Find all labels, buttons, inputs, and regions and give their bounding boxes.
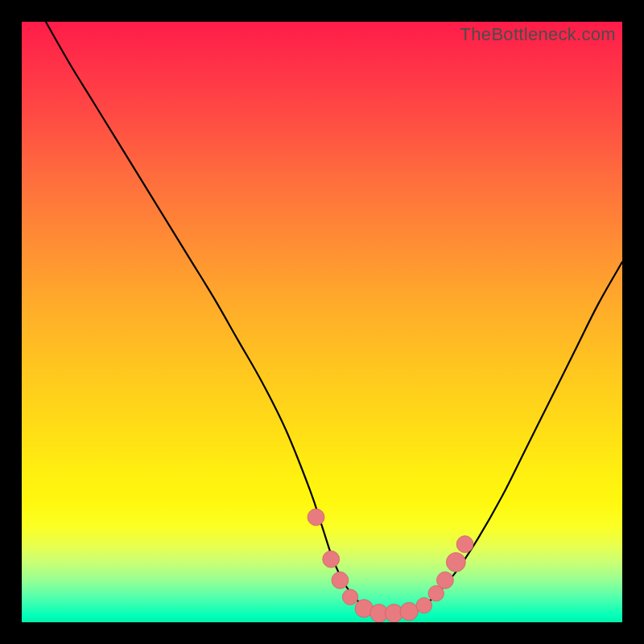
curve-marker	[323, 551, 340, 568]
curve-marker	[436, 572, 453, 588]
chart-svg	[22, 22, 622, 622]
curve-marker	[332, 572, 349, 588]
bottleneck-curve	[46, 22, 622, 613]
curve-marker	[400, 602, 418, 620]
curve-marker	[416, 597, 431, 613]
curve-marker	[342, 589, 357, 605]
curve-marker	[446, 552, 465, 572]
curve-marker	[308, 509, 324, 526]
curve-markers	[308, 509, 473, 622]
chart-plot-area: TheBottleneck.com	[22, 22, 622, 622]
chart-frame: TheBottleneck.com	[0, 0, 644, 644]
curve-marker	[456, 536, 473, 553]
watermark-text: TheBottleneck.com	[460, 24, 616, 45]
